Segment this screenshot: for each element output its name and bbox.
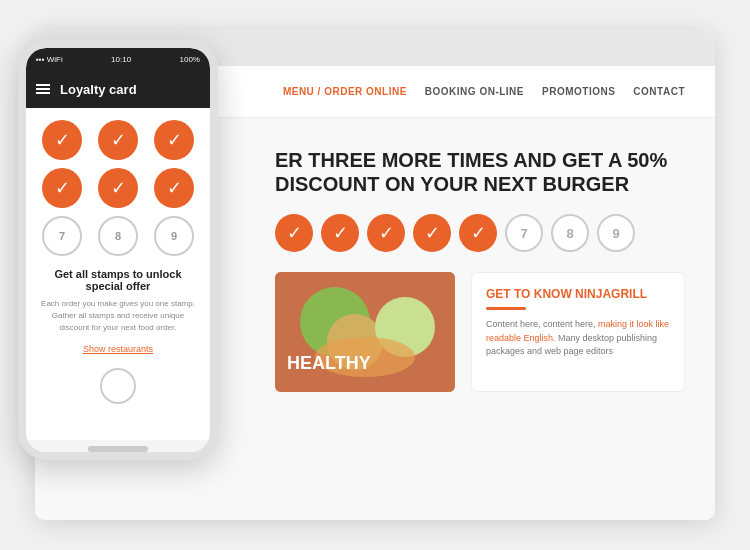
- info-card-title: GET TO KNOW NINJAGRILL: [486, 287, 670, 301]
- phone-battery: 100%: [180, 55, 200, 64]
- phone-stamp-6: ✓: [154, 168, 194, 208]
- food-card: HEALTHY: [275, 272, 455, 392]
- phone-stamp-2: ✓: [98, 120, 138, 160]
- stamp-7: 7: [505, 214, 543, 252]
- phone-stamp-empty-9: 9: [154, 216, 194, 256]
- phone-promo-text: Each order you make gives you one stamp.…: [38, 298, 198, 334]
- nav-links: MENU / ORDER ONLINE BOOKING ON-LINE PROM…: [283, 86, 685, 97]
- info-title-brand: NINJAGRILL: [575, 287, 647, 301]
- stamps-row: ✓ ✓ ✓ ✓ ✓ 7 8 9: [275, 214, 685, 252]
- hamburger-line-1: [36, 84, 50, 86]
- hero-line2: DISCOUNT ON YOUR NEXT BURGER: [275, 172, 685, 196]
- food-image: [275, 272, 455, 392]
- phone-header-title: Loyalty card: [60, 82, 137, 97]
- bottom-cards-row: HEALTHY GET TO KNOW NINJAGRILL Content h…: [275, 272, 685, 392]
- info-card-text: Content here, content here, making it lo…: [486, 318, 670, 359]
- nav-link-booking[interactable]: BOOKING ON-LINE: [425, 86, 524, 97]
- food-card-label: HEALTHY: [287, 353, 371, 374]
- info-title-plain: GET TO KNOW: [486, 287, 575, 301]
- hero-line1: ER THREE MORE TIMES AND GET A 50%: [275, 148, 685, 172]
- phone-show-restaurants-link[interactable]: Show restaurants: [38, 344, 198, 354]
- hamburger-line-2: [36, 88, 50, 90]
- stamp-1: ✓: [275, 214, 313, 252]
- phone-stamp-empty-7: 7: [42, 216, 82, 256]
- phone-screen: ▪▪▪ WiFi 10:10 100% Loyalty card ✓ ✓ ✓ ✓…: [26, 48, 210, 452]
- hamburger-line-3: [36, 92, 50, 94]
- phone-stamp-4: ✓: [42, 168, 82, 208]
- phone-stamp-empty-8: 8: [98, 216, 138, 256]
- phone-app-header: Loyalty card: [26, 70, 210, 108]
- phone-home-button[interactable]: [100, 368, 136, 404]
- stamp-8: 8: [551, 214, 589, 252]
- info-text-content: Content here, content here, making it lo…: [486, 319, 669, 356]
- stamp-9: 9: [597, 214, 635, 252]
- phone-stamp-3: ✓: [154, 120, 194, 160]
- phone-promo-title: Get all stamps to unlock special offer: [38, 268, 198, 292]
- phone-stamp-5: ✓: [98, 168, 138, 208]
- phone-stamps-grid: ✓ ✓ ✓ ✓ ✓ ✓ 7 8 9: [38, 120, 198, 256]
- phone-status-bar: ▪▪▪ WiFi 10:10 100%: [26, 48, 210, 70]
- phone-notch: [88, 446, 148, 452]
- phone-body: ✓ ✓ ✓ ✓ ✓ ✓ 7 8 9 Get all stamps to unlo…: [26, 108, 210, 440]
- stamp-3: ✓: [367, 214, 405, 252]
- nav-link-promotions[interactable]: PROMOTIONS: [542, 86, 615, 97]
- stamp-5: ✓: [459, 214, 497, 252]
- info-text-highlight: making it look like readable English.: [486, 319, 669, 343]
- phone-signal: ▪▪▪ WiFi: [36, 55, 63, 64]
- hamburger-icon[interactable]: [36, 84, 50, 94]
- phone-mockup: ▪▪▪ WiFi 10:10 100% Loyalty card ✓ ✓ ✓ ✓…: [18, 40, 218, 460]
- hero-heading: ER THREE MORE TIMES AND GET A 50% DISCOU…: [275, 148, 685, 196]
- stamp-2: ✓: [321, 214, 359, 252]
- nav-link-contact[interactable]: CONTACT: [633, 86, 685, 97]
- food-illustration: [275, 272, 455, 392]
- stamp-4: ✓: [413, 214, 451, 252]
- nav-link-menu[interactable]: MENU / ORDER ONLINE: [283, 86, 407, 97]
- phone-time: 10:10: [111, 55, 131, 64]
- phone-stamp-1: ✓: [42, 120, 82, 160]
- info-card: GET TO KNOW NINJAGRILL Content here, con…: [471, 272, 685, 392]
- info-card-divider: [486, 307, 526, 310]
